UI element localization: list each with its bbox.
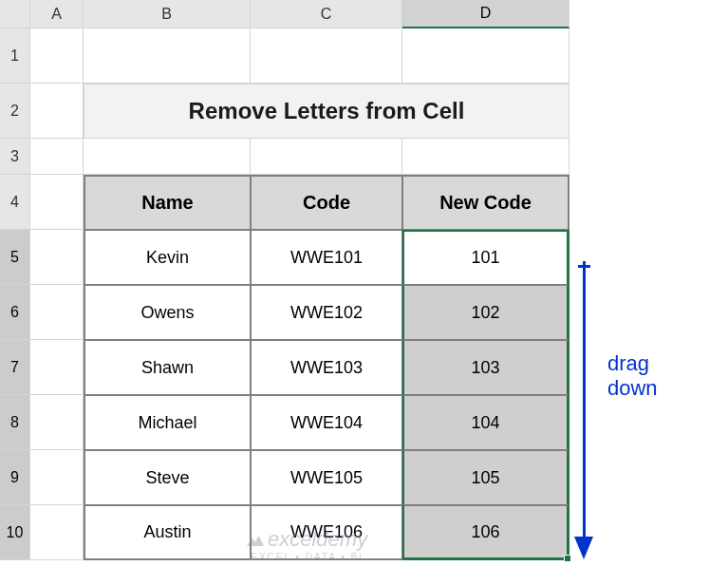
cell-code-4[interactable]: WWE105 xyxy=(251,450,402,505)
cell-name-4[interactable]: Steve xyxy=(84,450,251,505)
cell-A7[interactable] xyxy=(30,340,84,395)
drag-arrow xyxy=(574,261,593,559)
arrow-line xyxy=(583,261,586,537)
row-header-10[interactable]: 10 xyxy=(0,505,30,560)
cell-newcode-5[interactable]: 106 xyxy=(402,505,569,560)
cell-D1[interactable] xyxy=(402,28,569,84)
title-cell[interactable]: Remove Letters from Cell xyxy=(84,84,569,139)
drag-text-2: down xyxy=(607,376,658,401)
cell-name-2[interactable]: Shawn xyxy=(84,340,251,395)
row-header-8[interactable]: 8 xyxy=(0,395,30,450)
row-header-5[interactable]: 5 xyxy=(0,230,30,285)
cell-A4[interactable] xyxy=(30,175,84,230)
cell-code-2[interactable]: WWE103 xyxy=(251,340,402,395)
cell-C3[interactable] xyxy=(251,139,402,175)
drag-annotation: drag down xyxy=(607,351,658,402)
cell-newcode-4[interactable]: 105 xyxy=(402,450,569,505)
spreadsheet-grid: A B C D 1 2 Remove Letters from Cell 3 4… xyxy=(0,0,728,560)
cell-code-0[interactable]: WWE101 xyxy=(251,230,402,285)
cell-code-1[interactable]: WWE102 xyxy=(251,285,402,340)
cell-A6[interactable] xyxy=(30,285,84,340)
cell-newcode-2[interactable]: 103 xyxy=(402,340,569,395)
cell-code-5[interactable]: WWE106 xyxy=(251,505,402,560)
row-header-9[interactable]: 9 xyxy=(0,450,30,505)
row-header-4[interactable]: 4 xyxy=(0,175,30,230)
cell-A9[interactable] xyxy=(30,450,84,505)
fill-handle[interactable] xyxy=(564,555,571,562)
cell-newcode-3[interactable]: 104 xyxy=(402,395,569,450)
cell-A1[interactable] xyxy=(30,28,84,84)
cell-newcode-0[interactable]: 101 xyxy=(402,230,569,285)
row-header-1[interactable]: 1 xyxy=(0,28,30,84)
row-header-2[interactable]: 2 xyxy=(0,84,30,139)
cell-B3[interactable] xyxy=(84,139,251,175)
header-newcode[interactable]: New Code xyxy=(402,175,569,230)
cell-A5[interactable] xyxy=(30,230,84,285)
col-header-C[interactable]: C xyxy=(251,0,402,28)
select-all-corner[interactable] xyxy=(0,0,30,28)
cell-A10[interactable] xyxy=(30,505,84,560)
cell-A8[interactable] xyxy=(30,395,84,450)
cell-name-3[interactable]: Michael xyxy=(84,395,251,450)
cell-name-1[interactable]: Owens xyxy=(84,285,251,340)
row-header-6[interactable]: 6 xyxy=(0,285,30,340)
drag-text-1: drag xyxy=(607,351,658,376)
cell-C1[interactable] xyxy=(251,28,402,84)
cell-code-3[interactable]: WWE104 xyxy=(251,395,402,450)
arrow-head-icon xyxy=(574,537,593,559)
cell-D3[interactable] xyxy=(402,139,569,175)
cell-B1[interactable] xyxy=(84,28,251,84)
row-header-7[interactable]: 7 xyxy=(0,340,30,395)
col-header-B[interactable]: B xyxy=(84,0,251,28)
header-name[interactable]: Name xyxy=(84,175,251,230)
cell-name-0[interactable]: Kevin xyxy=(84,230,251,285)
header-code[interactable]: Code xyxy=(251,175,402,230)
cell-A2[interactable] xyxy=(30,84,84,139)
cell-name-5[interactable]: Austin xyxy=(84,505,251,560)
row-header-3[interactable]: 3 xyxy=(0,139,30,175)
cell-newcode-1[interactable]: 102 xyxy=(402,285,569,340)
col-header-D[interactable]: D xyxy=(402,0,569,28)
col-header-A[interactable]: A xyxy=(30,0,84,28)
cell-A3[interactable] xyxy=(30,139,84,175)
